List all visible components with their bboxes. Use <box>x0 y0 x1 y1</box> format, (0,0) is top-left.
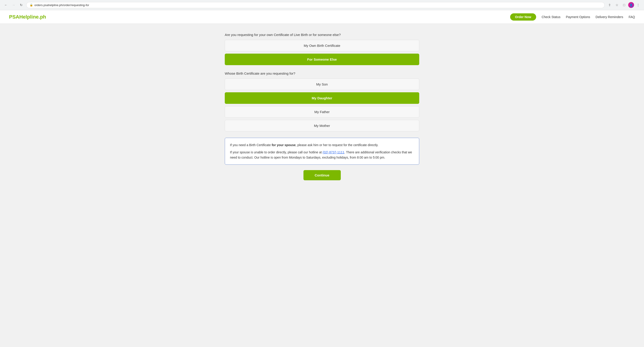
hotline-link[interactable]: (02) 8737-1111 <box>323 150 344 154</box>
question2-label: Whose Birth Certificate are you requesti… <box>225 72 419 75</box>
site-nav: Order Now Check Status Payment Options D… <box>510 13 635 21</box>
nav-delivery-reminders-link[interactable]: Delivery Reminders <box>596 15 623 19</box>
nav-check-status-link[interactable]: Check Status <box>542 15 560 19</box>
question1-section: Are you requesting for your own Certific… <box>225 33 419 65</box>
option-for-someone-else[interactable]: For Someone Else <box>225 54 419 65</box>
site-header: PSAHelpline.ph Order Now Check Status Pa… <box>0 10 644 24</box>
option-my-mother[interactable]: My Mother <box>225 120 419 131</box>
share-button[interactable]: ⇧ <box>606 2 613 8</box>
nav-order-now-button[interactable]: Order Now <box>510 13 536 21</box>
main-content: Are you requesting for your own Certific… <box>220 24 424 198</box>
browser-nav-buttons: ← → ↻ <box>3 2 24 8</box>
nav-faq-link[interactable]: FAQ <box>628 15 635 19</box>
question2-section: Whose Birth Certificate are you requesti… <box>225 72 419 131</box>
site-logo[interactable]: PSAHelpline.ph <box>9 14 46 20</box>
info-box-line1: If you need a Birth Certificate for your… <box>230 143 414 148</box>
menu-button[interactable]: ⋮ <box>635 2 641 8</box>
profile-button[interactable]: 👤 <box>628 2 634 8</box>
option-my-father[interactable]: My Father <box>225 106 419 118</box>
option-own-birth-certificate[interactable]: My Own Birth Certificate <box>225 40 419 51</box>
browser-chrome: ← → ↻ 🔒 orders.psahelpline.ph/order/requ… <box>0 0 644 10</box>
browser-actions: ⇧ ☆ □ 👤 ⋮ <box>606 2 641 8</box>
forward-button[interactable]: → <box>10 2 17 8</box>
question1-label: Are you requesting for your own Certific… <box>225 33 419 37</box>
info-text-bold: for your spouse <box>272 143 296 147</box>
url-text: orders.psahelpline.ph/order/requesting-f… <box>34 4 89 7</box>
bookmark-button[interactable]: ☆ <box>614 2 620 8</box>
info-text-prefix2: If your spouse is unable to order direct… <box>230 150 323 154</box>
spouse-info-box: If you need a Birth Certificate for your… <box>225 138 419 165</box>
nav-payment-options-link[interactable]: Payment Options <box>566 15 590 19</box>
address-bar[interactable]: 🔒 orders.psahelpline.ph/order/requesting… <box>26 2 605 8</box>
info-text-suffix: , please ask him or her to request for t… <box>296 143 378 147</box>
back-button[interactable]: ← <box>3 2 9 8</box>
extensions-button[interactable]: □ <box>621 2 627 8</box>
info-text-prefix: If you need a Birth Certificate <box>230 143 272 147</box>
info-box-line2: If your spouse is unable to order direct… <box>230 150 414 160</box>
lock-icon: 🔒 <box>30 4 33 7</box>
option-my-daughter[interactable]: My Daughter <box>225 92 419 104</box>
reload-button[interactable]: ↻ <box>18 2 24 8</box>
continue-button[interactable]: Continue <box>304 170 341 180</box>
option-my-son[interactable]: My Son <box>225 79 419 90</box>
